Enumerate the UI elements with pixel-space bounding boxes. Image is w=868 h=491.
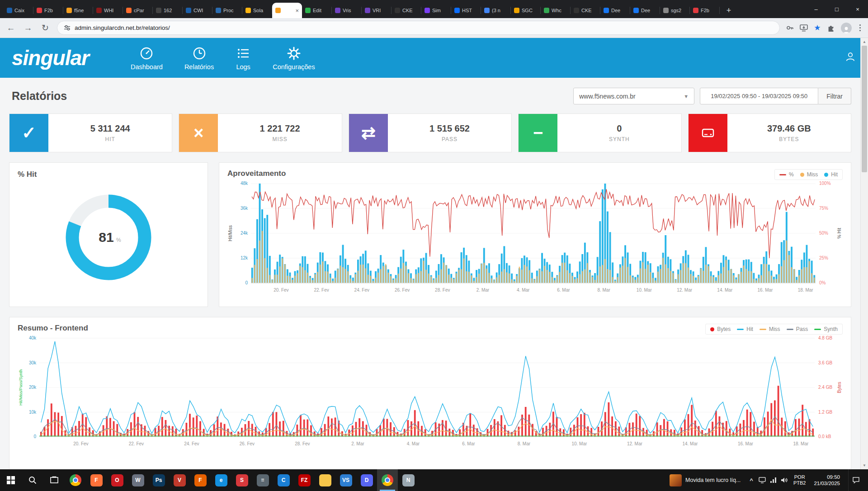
network-icon[interactable] — [770, 477, 777, 483]
profile-avatar[interactable] — [841, 23, 852, 33]
browser-menu-icon[interactable] — [858, 24, 863, 32]
taskbar-app-opera[interactable]: O — [107, 469, 127, 491]
browser-tab[interactable]: Whc — [541, 3, 571, 18]
site-select[interactable]: www.f5news.com.br ▼ — [573, 88, 694, 104]
nav-relatorios[interactable]: Relatórios — [184, 46, 214, 71]
maximize-button[interactable]: □ — [826, 0, 847, 18]
browser-tab[interactable]: Sola — [242, 3, 272, 18]
nav-dashboard[interactable]: Dashboard — [131, 46, 163, 71]
browser-tab[interactable]: Vris — [332, 3, 362, 18]
filtrar-button[interactable]: Filtrar — [818, 88, 851, 104]
scrollbar-thumb[interactable] — [862, 46, 867, 172]
tab-label: f5ne — [74, 8, 90, 13]
taskbar-app-chrome[interactable] — [65, 469, 86, 491]
browser-tab[interactable]: Edit — [302, 3, 332, 18]
taskbar-app-edge[interactable]: e — [211, 469, 231, 491]
browser-tab[interactable]: Dee — [630, 3, 660, 18]
back-icon[interactable]: ← — [5, 23, 16, 33]
close-button[interactable]: × — [847, 0, 868, 18]
taskbar-app-browser-compass[interactable]: C — [273, 469, 294, 491]
aproveitamento-panel: Aproveitamento %MissHit 012k24k36k48k0%2… — [219, 162, 851, 307]
browser-tab[interactable]: Caix — [4, 3, 33, 18]
browser-tab[interactable]: Sim — [421, 3, 451, 18]
browser-tab[interactable]: f5ne — [63, 3, 93, 18]
browser-tab[interactable]: 162 — [153, 3, 183, 18]
legend-item-hit[interactable]: Hit — [824, 171, 838, 178]
language-indicator[interactable]: POR PTB2 — [793, 474, 806, 486]
browser-tab[interactable]: HST — [451, 3, 481, 18]
bookmark-star-icon[interactable]: ★ — [814, 23, 821, 33]
browser-tab[interactable]: cPar — [123, 3, 153, 18]
browser-tab[interactable]: SGC — [511, 3, 541, 18]
browser-tab[interactable]: VRI — [362, 3, 392, 18]
date-range-input[interactable]: 19/02/2025 09:50 - 19/03/2025 09:50 — [700, 88, 818, 104]
task-view-button[interactable] — [43, 469, 65, 491]
legend-item-hit[interactable]: Hit — [737, 326, 753, 332]
user-menu-button[interactable] — [844, 51, 856, 65]
start-button[interactable] — [0, 469, 22, 491]
taskbar-app-firefox-dev[interactable]: F — [190, 469, 211, 491]
legend-item-pass[interactable]: Pass — [787, 326, 808, 332]
extensions-puzzle-icon[interactable] — [827, 24, 835, 32]
browser-tab[interactable]: CKE — [392, 3, 421, 18]
legend-item-synth[interactable]: Synth — [814, 326, 838, 332]
stats-row: ✓5 311 244HIT×1 221 722MISS⇄1 515 652PAS… — [9, 113, 851, 152]
taskbar-clock[interactable]: 09:50 21/03/2025 — [811, 474, 843, 486]
scroll-up-icon[interactable]: ▲ — [861, 38, 868, 46]
taskbar-app-photoshop[interactable]: Ps — [148, 469, 169, 491]
taskbar-app-firefox[interactable]: F — [86, 469, 107, 491]
taskbar-app-filezilla[interactable]: FZ — [294, 469, 315, 491]
taskbar-app-voice[interactable]: V — [169, 469, 190, 491]
stat-label: MISS — [272, 136, 287, 142]
taskbar-app-remote-app[interactable]: W — [127, 469, 148, 491]
pinned-apps: FOWPsVFeS=CFZVSDN — [65, 469, 419, 491]
legend-item-miss[interactable]: Miss — [800, 171, 818, 178]
main-nav: Dashboard Relatórios L — [131, 46, 315, 71]
svg-text:36k: 36k — [241, 206, 248, 211]
scroll-down-icon[interactable]: ▼ — [861, 462, 868, 469]
taskbar-app-calculator[interactable]: = — [252, 469, 273, 491]
tab-close-icon[interactable]: × — [295, 7, 299, 14]
browser-tab[interactable]: F2b — [690, 3, 720, 18]
svg-text:22. Fev: 22. Fev — [129, 441, 144, 446]
password-key-icon[interactable] — [786, 24, 794, 32]
reload-icon[interactable]: ↻ — [40, 23, 51, 33]
install-cast-icon[interactable] — [800, 24, 808, 32]
new-tab-button[interactable]: + — [722, 4, 735, 17]
stat-label: PASS — [442, 136, 458, 142]
action-center-button[interactable] — [848, 469, 863, 491]
browser-tab[interactable]: CKE — [571, 3, 600, 18]
nav-logs[interactable]: Logs — [236, 46, 251, 71]
svg-text:2. Mar: 2. Mar — [476, 288, 490, 293]
forward-icon[interactable]: → — [23, 23, 33, 33]
taskbar-app-explorer[interactable] — [315, 469, 335, 491]
legend-item-pct[interactable]: % — [779, 171, 794, 178]
monitor-icon[interactable] — [759, 477, 766, 483]
browser-tab[interactable]: Proc — [212, 3, 242, 18]
browser-tab[interactable]: CWI — [183, 3, 212, 18]
legend-item-bytes[interactable]: Bytes — [710, 326, 731, 332]
singular-logo: singular — [12, 46, 89, 70]
browser-tab[interactable]: (3 n — [481, 3, 511, 18]
browser-tab[interactable]: WHI — [93, 3, 123, 18]
address-bar[interactable]: admin.singularcdn.net.br/relatorios/ — [57, 21, 780, 35]
taskbar-app-sublime[interactable]: S — [231, 469, 252, 491]
taskbar-app-discord[interactable]: D — [356, 469, 377, 491]
taskbar-app-vscode[interactable]: VS — [335, 469, 356, 491]
browser-tab[interactable]: F2b — [33, 3, 63, 18]
nav-configuracoes[interactable]: Configurações — [273, 46, 315, 71]
news-widget[interactable]: Movida tem lucro líq... — [666, 469, 744, 491]
page-scrollbar[interactable]: ▲ ▼ — [860, 38, 868, 469]
browser-tab[interactable]: × — [272, 3, 302, 18]
browser-tab[interactable]: sgs2 — [660, 3, 690, 18]
legend-item-miss[interactable]: Miss — [760, 326, 780, 332]
taskbar-app-notepad[interactable]: N — [398, 469, 419, 491]
minimize-button[interactable]: – — [806, 0, 826, 18]
volume-icon[interactable] — [781, 477, 788, 483]
browser-tab[interactable]: Dee — [600, 3, 630, 18]
tray-expand-icon[interactable]: ^ — [750, 477, 753, 484]
news-headline: Movida tem lucro líq... — [685, 477, 741, 483]
search-button[interactable] — [22, 469, 43, 491]
taskbar-app-chrome-active[interactable] — [377, 469, 398, 491]
site-settings-icon[interactable] — [64, 24, 71, 31]
